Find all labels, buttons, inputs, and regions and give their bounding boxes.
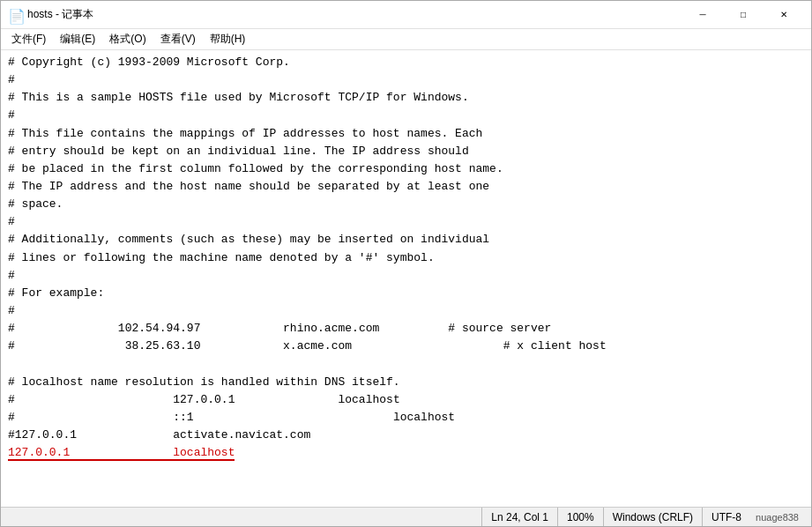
menu-edit[interactable]: 编辑(E) [53,30,102,48]
status-group: Ln 24, Col 1 100% Windows (CRLF) UTF-8 n… [481,508,804,526]
minimize-button[interactable]: ─ [682,1,723,29]
title-bar: 📄 hosts - 记事本 ─ □ ✕ [1,1,811,29]
status-encoding: UTF-8 [702,508,750,526]
notepad-window: 📄 hosts - 记事本 ─ □ ✕ 文件(F) 编辑(E) 格式(O) 查看… [0,0,812,527]
menu-view[interactable]: 查看(V) [153,30,203,48]
app-icon: 📄 [8,8,22,22]
window-title: hosts - 记事本 [27,7,682,22]
line-1: # Copyright (c) 1993-2009 Microsoft Corp… [8,56,607,442]
maximize-button[interactable]: □ [723,1,764,29]
status-zoom: 100% [557,508,603,526]
status-line-ending: Windows (CRLF) [603,508,702,526]
menu-help[interactable]: 帮助(H) [203,30,253,48]
close-button[interactable]: ✕ [764,1,804,29]
line-last: 127.0.0.1 localhost [8,446,235,461]
window-controls: ─ □ ✕ [682,1,804,29]
menu-file[interactable]: 文件(F) [4,30,53,48]
menu-format[interactable]: 格式(O) [102,30,153,48]
status-position: Ln 24, Col 1 [481,508,557,526]
status-extra: nuage838 [750,512,804,523]
status-bar: Ln 24, Col 1 100% Windows (CRLF) UTF-8 n… [1,507,811,526]
text-editor[interactable]: # Copyright (c) 1993-2009 Microsoft Corp… [1,50,811,507]
menu-bar: 文件(F) 编辑(E) 格式(O) 查看(V) 帮助(H) [1,29,811,50]
